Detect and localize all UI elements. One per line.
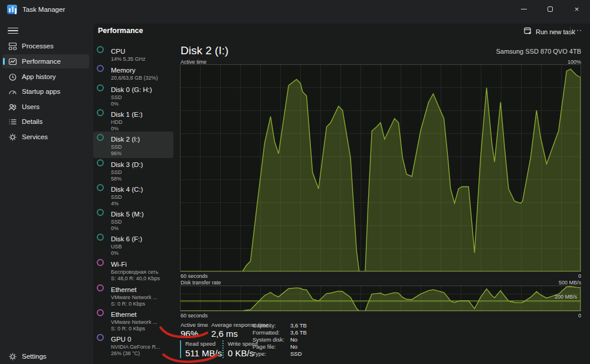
disk-ring-icon xyxy=(97,184,104,191)
read-speed-value: 511 MB/s xyxy=(185,348,222,358)
device-sub: S: 48,0 R: 40,0 Kbps xyxy=(111,276,160,282)
maximize-icon xyxy=(548,6,553,12)
device-sub: Беспроводная сеть xyxy=(111,269,160,276)
maximize-button[interactable] xyxy=(537,0,563,18)
device-name: Disk 4 (C:) xyxy=(111,186,143,193)
device-name: CPU xyxy=(111,48,125,55)
run-new-task-icon xyxy=(524,27,532,37)
device-name: Ethernet xyxy=(111,311,136,318)
gauge-icon xyxy=(8,87,17,96)
sidebar-item-startup-apps[interactable]: Startup apps xyxy=(2,84,89,99)
active-time-chart xyxy=(180,64,581,272)
active-time-stat-label: Active time xyxy=(181,322,208,328)
memory-ring-icon xyxy=(97,65,104,72)
run-new-task-button[interactable]: Run new task xyxy=(524,25,575,38)
sidebar-item-processes[interactable]: Processes xyxy=(2,39,89,53)
device-sub: 14% 5,35 GHz xyxy=(111,56,146,63)
device-sub: 20,6/63,8 GB (32%) xyxy=(111,75,158,81)
hardware-name: Samsung SSD 870 QVO 4TB xyxy=(496,48,581,55)
device-item-gpu-0[interactable]: GPU 0NVIDIA GeForce R...26% (38 °C) xyxy=(93,332,173,358)
sidebar-item-users[interactable]: Users xyxy=(2,100,89,114)
close-icon: × xyxy=(575,5,579,14)
device-sub: SSD xyxy=(111,219,144,225)
device-item-disk-1[interactable]: Disk 1 (E:)HDD0% xyxy=(93,107,173,133)
device-item-disk-0[interactable]: Disk 0 (G: H:)SSD0% xyxy=(93,82,173,109)
sidebar-item-details[interactable]: Details xyxy=(2,114,89,129)
device-name: Ethernet xyxy=(111,286,136,293)
close-button[interactable]: × xyxy=(563,0,590,18)
device-item-wifi[interactable]: Wi-FiБеспроводная сетьS: 48,0 R: 40,0 Kb… xyxy=(93,257,173,283)
device-sub: SSD xyxy=(111,169,143,176)
transfer-max-label: 500 MB/s xyxy=(559,280,581,286)
device-sub: SSD xyxy=(111,144,140,150)
info-row-label: Type: xyxy=(253,350,266,357)
disk-ring-icon xyxy=(97,234,104,241)
time-axis-right: 0 xyxy=(578,273,581,279)
disk-transfer-chart: 200 MB/s xyxy=(180,286,581,311)
more-options-button[interactable]: ··· xyxy=(573,26,582,34)
info-row-label: Page file: xyxy=(253,343,276,350)
menu-toggle-button[interactable] xyxy=(5,24,21,38)
info-row-label: System disk: xyxy=(253,336,284,343)
sidebar-item-label: Details xyxy=(22,118,42,125)
cpu-ring-icon xyxy=(97,46,104,53)
sidebar-item-label: Startup apps xyxy=(22,88,60,95)
settings-gear-icon xyxy=(8,352,17,361)
device-item-disk-5[interactable]: Disk 5 (M:)SSD0% xyxy=(93,206,173,233)
info-row-value: 3,6 TB xyxy=(290,329,307,336)
task-manager-app-icon xyxy=(7,5,17,14)
device-sub: VMware Network ... xyxy=(111,294,158,301)
minimize-button[interactable] xyxy=(510,0,537,18)
device-name: GPU 0 xyxy=(111,336,132,343)
network-ring-icon xyxy=(97,259,104,266)
sidebar-item-services[interactable]: Services xyxy=(2,130,89,144)
device-item-ethernet-1[interactable]: EthernetVMware Network ...S: 0 R: 0 Kbps xyxy=(93,282,173,309)
disk-ring-icon xyxy=(97,159,104,166)
device-sub: 4% xyxy=(111,201,143,207)
device-name: Disk 1 (E:) xyxy=(111,111,143,118)
sidebar-item-label: Performance xyxy=(22,58,61,65)
window-title: Task Manager xyxy=(22,6,65,13)
device-sub: HDD xyxy=(111,119,143,126)
device-sub: S: 0 R: 0 Kbps xyxy=(111,301,158,307)
device-sub: SSD xyxy=(111,194,143,201)
task-manager-window: Task Manager × Processes Performance App… xyxy=(0,0,590,364)
disk-ring-icon xyxy=(97,209,104,216)
device-name: Disk 0 (G: H:) xyxy=(111,86,152,93)
device-item-ethernet-2[interactable]: EthernetVMware Network ...S: 0 R: 0 Kbps xyxy=(93,307,173,333)
services-gear-icon xyxy=(8,132,17,142)
list-details-icon xyxy=(8,117,17,126)
device-item-memory[interactable]: Memory20,6/63,8 GB (32%) xyxy=(93,63,173,83)
device-name: Memory xyxy=(111,67,136,74)
device-item-disk-2-selected[interactable]: Disk 2 (I:)SSD96% xyxy=(93,132,173,158)
info-row-value: 3,6 TB xyxy=(290,322,307,329)
sidebar-item-label: App history xyxy=(22,73,56,80)
time-axis-left: 60 seconds xyxy=(181,273,208,279)
scale-line-label: 200 MB/s xyxy=(555,294,577,300)
sidebar-item-label: Processes xyxy=(22,42,54,50)
network-ring-icon xyxy=(97,284,104,291)
run-new-task-label: Run new task xyxy=(536,28,575,35)
device-item-cpu[interactable]: CPU14% 5,35 GHz xyxy=(93,44,173,64)
device-item-disk-3[interactable]: Disk 3 (D:)SSD58% xyxy=(93,157,173,183)
device-item-disk-4[interactable]: Disk 4 (C:)SSD4% xyxy=(93,182,173,208)
detail-title: Disk 2 (I:) xyxy=(181,44,228,57)
device-sub: 0% xyxy=(111,250,142,257)
users-icon xyxy=(8,102,17,112)
device-sub: NVIDIA GeForce R... xyxy=(111,344,160,350)
sidebar-item-settings[interactable]: Settings xyxy=(2,349,89,363)
info-row-value: No xyxy=(290,336,297,343)
device-sub: VMware Network ... xyxy=(111,319,158,326)
device-sub: 0% xyxy=(111,225,144,232)
device-item-disk-6[interactable]: Disk 6 (F:)USB0% xyxy=(93,231,173,258)
info-row-label: Capacity: xyxy=(253,322,276,329)
sidebar-item-label: Settings xyxy=(22,353,47,360)
titlebar[interactable]: Task Manager × xyxy=(0,0,590,19)
sidebar-item-label: Services xyxy=(22,133,48,140)
device-sub: 0% xyxy=(111,101,152,107)
sidebar-item-performance[interactable]: Performance xyxy=(2,54,89,68)
device-sub: 0% xyxy=(111,126,143,132)
device-sub: 58% xyxy=(111,176,143,182)
disk-ring-icon xyxy=(97,109,104,116)
sidebar-item-app-history[interactable]: App history xyxy=(2,70,89,84)
